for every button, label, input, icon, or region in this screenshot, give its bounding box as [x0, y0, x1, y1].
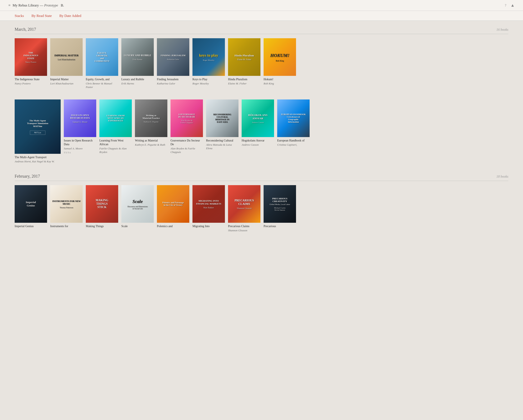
header-title: My Rebus Library — Prototype B. — [13, 3, 64, 8]
book-title-making-things: Making Things — [86, 224, 118, 228]
book-author-hindu-pluralism: Elaine M. Fisher — [228, 82, 261, 86]
book-author-writing-material: Kathryn E. Piquette & Ruth — [135, 143, 167, 147]
book-author-imperial-matter: Lori Khatchadourian — [50, 82, 83, 86]
header-right: ? ▲ — [505, 3, 515, 8]
book-cover-learning-west: LEARNING FROMWEST AFRICANEXPERIENCES — [99, 99, 132, 137]
book-author-equity-growth: Chris Benner & Manuel Pastor — [86, 82, 118, 89]
menu-icon[interactable]: ≡ — [8, 3, 10, 8]
book-card-polemics[interactable]: Polemics and Patronagein the City of Vic… — [157, 185, 189, 232]
book-card-scale[interactable]: Scale Discourse and Dimensionsof Social … — [121, 185, 154, 232]
book-title-imperial-matter: Imperial Matter — [50, 78, 83, 81]
book-cover-instruments: INSTRUMENTS FOR NEW MUSIC Thomas Patters… — [50, 185, 83, 223]
book-card-migrating[interactable]: MIGRATING INTOFINANCIAL MARKETS Matt Bak… — [192, 185, 225, 232]
book-cover-reconsidering: RECONSIDERINGCULTURALHERITAGE INEAST ASI… — [206, 99, 238, 137]
book-author-reconsidering: Akira Matsuda & Luisa Elena — [206, 143, 238, 150]
book-author-precarious-claims: Shannon Gleason — [228, 229, 261, 232]
book-title-precarious-claims: Precarious Claims — [228, 224, 261, 228]
book-cover-hokum: HOKUM! Rob King — [264, 38, 296, 76]
section-header-march: March, 2017 16 books — [15, 27, 508, 34]
book-cover-multi-agent: The Multi-AgentTransport SimulationMATSi… — [15, 99, 61, 154]
book-title-imperial-genius: Imperial Genius — [15, 224, 47, 228]
section-count-march: 16 books — [496, 28, 508, 32]
book-author-finding-jerusalem: Katharina Galor — [157, 82, 189, 86]
book-cover-hindu-pluralism: Hindu Pluralism Elaine M. Fisher — [228, 38, 261, 76]
dash-separator: — — [40, 3, 44, 7]
section-title-march: March, 2017 — [15, 27, 36, 32]
book-cover-imperial-matter: IMPERIAL MATTER Lori Khatchadourian — [50, 38, 83, 76]
book-title-precarious-creativity: Precarious — [264, 224, 296, 228]
book-cover-hogskolans: HÖGSKOLANSANSVAR Andrew Casson — [242, 99, 274, 137]
book-cover-luxury-rubble: LUXURY AND RUBBLE Erik Harms — [121, 38, 154, 76]
book-author-european-handbook: Cristina Capineri, — [277, 143, 310, 147]
book-card-hindu-pluralism[interactable]: Hindu Pluralism Elaine M. Fisher Hindu P… — [228, 38, 261, 89]
book-card-hokum[interactable]: HOKUM! Rob King Hokum! Rob King — [264, 38, 296, 89]
book-title-gouvernance: Gouvernance Du Secteur De — [171, 139, 203, 146]
book-card-multi-agent[interactable]: The Multi-AgentTransport SimulationMATSi… — [15, 99, 61, 163]
book-card-gouvernance[interactable]: GOUVERNANCEDU SECTEUR DE Alan Bryden &Fa… — [171, 99, 203, 163]
book-card-indigenous-state[interactable]: THEINDIGENOUSSTATE Nancy Postero The Ind… — [15, 38, 47, 89]
book-card-precarious-claims[interactable]: PRECARIOUSCLAIMS Shannon Gleason Precari… — [228, 185, 261, 232]
book-cover-equity-growth: EQUITY,GROWTH,andCOMMUNITY — [86, 38, 118, 76]
book-card-imperial-genius[interactable]: ImperialGenius Imperial Genius — [15, 185, 47, 232]
book-card-equity-growth[interactable]: EQUITY,GROWTH,andCOMMUNITY Equity, Growt… — [86, 38, 118, 89]
book-cover-precarious-creativity: PRECARIOUS CREATIVITYGlobal Media, Local… — [264, 185, 296, 223]
book-title-indigenous-state: The Indigenous State — [15, 78, 47, 81]
book-author-gouvernance: Alan Bryden & Fairlie Chappuis — [171, 147, 203, 154]
book-card-learning-west[interactable]: LEARNING FROMWEST AFRICANEXPERIENCES Lea… — [99, 99, 132, 163]
book-cover-gouvernance: GOUVERNANCEDU SECTEUR DE Alan Bryden &Fa… — [171, 99, 203, 137]
book-card-reconsidering[interactable]: RECONSIDERINGCULTURALHERITAGE INEAST ASI… — [206, 99, 238, 163]
tab-by-read-state[interactable]: By Read State — [31, 14, 52, 20]
book-cover-polemics: Polemics and Patronagein the City of Vic… — [157, 185, 189, 223]
book-title-learning-west: Learning From West African — [99, 139, 132, 146]
book-card-instruments[interactable]: INSTRUMENTS FOR NEW MUSIC Thomas Patters… — [50, 185, 83, 232]
book-title-issues-open: Issues in Open Research Data — [64, 139, 96, 146]
book-author-hokum: Rob King — [264, 82, 296, 86]
book-cover-scale: Scale Discourse and Dimensionsof Social … — [121, 185, 154, 223]
book-title-instruments: Instruments for — [50, 224, 83, 228]
account-icon[interactable]: ▲ — [510, 3, 515, 8]
book-cover-writing-material: Writing asMaterial Practice Kathryn E. P… — [135, 99, 167, 137]
book-title-writing-material: Writing as Material — [135, 139, 167, 143]
book-cover-keys-to-play: keys to play Roger Moseley — [192, 38, 225, 76]
section-title-february: February, 2017 — [15, 174, 40, 179]
book-title-keys-to-play: Keys to Play — [192, 78, 225, 81]
book-cover-migrating: MIGRATING INTOFINANCIAL MARKETS Matt Bak… — [192, 185, 225, 223]
book-cover-indigenous-state: THEINDIGENOUSSTATE Nancy Postero — [15, 38, 47, 76]
header-user: B. — [61, 3, 64, 7]
book-author-indigenous-state: Nancy Postero — [15, 82, 47, 86]
book-title-hindu-pluralism: Hindu Pluralism — [228, 78, 261, 81]
book-meta-issues-open: 9 h 9 n — [64, 151, 96, 154]
book-title-equity-growth: Equity, Growth, and — [86, 78, 118, 81]
book-title-scale: Scale — [121, 224, 154, 228]
book-title-multi-agent: The Multi-Agent Transport — [15, 155, 61, 159]
help-icon[interactable]: ? — [505, 4, 506, 7]
book-cover-issues-open: ISSUES IN OPENRESEARCH DATA Samuel A. Mo… — [64, 99, 96, 137]
book-title-hogskolans: Hogskolans Ansvar — [242, 139, 274, 143]
book-title-polemics: Polemics and — [157, 224, 189, 228]
book-title-hokum: Hokum! — [264, 78, 296, 81]
book-card-luxury-rubble[interactable]: LUXURY AND RUBBLE Erik Harms Luxury and … — [121, 38, 154, 89]
tab-stacks[interactable]: Stacks — [15, 14, 24, 20]
book-card-finding-jerusalem[interactable]: FINDING JERUSALEM Katharina Galor Findin… — [157, 38, 189, 89]
book-author-keys-to-play: Roger Moseley — [192, 82, 225, 86]
book-card-precarious-creativity[interactable]: PRECARIOUS CREATIVITYGlobal Media, Local… — [264, 185, 296, 232]
book-title-reconsidering: Reconsidering Cultural — [206, 139, 238, 143]
main-content: March, 2017 16 books THEINDIGENOUSSTATE … — [0, 21, 523, 249]
book-title-luxury-rubble: Luxury and Rubble — [121, 78, 154, 81]
book-card-issues-open[interactable]: ISSUES IN OPENRESEARCH DATA Samuel A. Mo… — [64, 99, 96, 163]
nav-tabs: Stacks By Read State By Date Added — [0, 11, 523, 21]
section-header-february: February, 2017 18 books — [15, 174, 508, 181]
book-title-finding-jerusalem: Finding Jerusalem — [157, 78, 189, 81]
february-book-grid: ImperialGenius Imperial Genius INSTRUMEN… — [15, 185, 508, 237]
book-card-making-things[interactable]: MAKINGTHINGSSTICK Making Things — [86, 185, 118, 232]
book-card-keys-to-play[interactable]: keys to play Roger Moseley Keys to Play … — [192, 38, 225, 89]
book-card-imperial-matter[interactable]: IMPERIAL MATTER Lori Khatchadourian Impe… — [50, 38, 83, 89]
section-count-february: 18 books — [496, 175, 508, 178]
book-cover-precarious-claims: PRECARIOUSCLAIMS Shannon Gleason — [228, 185, 261, 223]
book-card-hogskolans[interactable]: HÖGSKOLANSANSVAR Andrew Casson Hogskolan… — [242, 99, 274, 163]
tab-by-date-added[interactable]: By Date Added — [59, 14, 81, 20]
book-author-luxury-rubble: Erik Harms — [121, 82, 154, 86]
book-card-european-handbook[interactable]: EUROPEAN HANDBOOKCrowdsourcedGeographicI… — [277, 99, 310, 163]
book-card-writing-material[interactable]: Writing asMaterial Practice Kathryn E. P… — [135, 99, 167, 163]
header: ≡ My Rebus Library — Prototype B. ? ▲ — [0, 0, 523, 11]
